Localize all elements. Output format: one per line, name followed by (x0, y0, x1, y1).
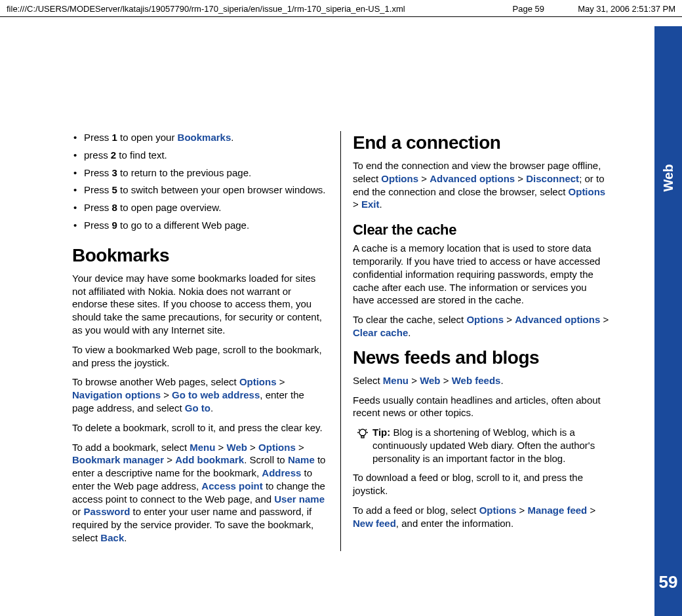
header-timestamp: May 31, 2006 2:51:37 PM (557, 4, 675, 14)
text: . (211, 402, 213, 414)
paragraph: To browse another Web pages, select Opti… (72, 375, 329, 414)
text: > (277, 376, 285, 387)
ui-term: Menu (190, 442, 215, 453)
list-item: Press 8 to open page overview. (72, 201, 329, 214)
paragraph: A cache is a memory location that is use… (353, 242, 610, 307)
svg-line-5 (366, 429, 367, 431)
paragraph: To clear the cache, select Options > Adv… (353, 313, 610, 339)
header-file-path: file:///C:/USERS/MODEServer/lkatajis/190… (7, 4, 498, 14)
text: . (231, 132, 233, 143)
text: > (247, 442, 258, 453)
text: Press (84, 167, 112, 178)
text: to switch between your open browser wind… (117, 184, 326, 195)
text: to open page overview. (117, 202, 221, 213)
ui-term: Disconnect (526, 173, 579, 184)
text: press (84, 149, 111, 161)
ui-term: Clear cache (353, 327, 408, 338)
svg-rect-1 (361, 436, 364, 438)
text: > (418, 173, 430, 184)
heading-end-connection: End a connection (353, 131, 610, 155)
text: > (296, 442, 304, 453)
text: > (409, 375, 420, 386)
tip-icon (353, 426, 372, 465)
text: > (164, 454, 175, 465)
lightbulb-icon (356, 427, 369, 440)
text: . (379, 199, 382, 210)
text: > (353, 199, 361, 210)
key-label: 1 (112, 132, 117, 143)
list-item: press 2 to find text. (72, 149, 329, 162)
svg-line-4 (359, 429, 360, 431)
ui-term: Bookmarks (178, 132, 231, 143)
text: or (72, 506, 84, 517)
right-column: End a connection To end the connection a… (341, 131, 610, 551)
list-item: Press 3 to return to the previous page. (72, 166, 329, 180)
heading-clear-cache: Clear the cache (353, 220, 610, 239)
page-body: Web 59 Press 1 to open your Bookmarks. p… (0, 13, 682, 616)
key-label: 3 (112, 167, 117, 178)
text: to return to the previous page. (117, 167, 251, 178)
key-label: 9 (112, 220, 117, 231)
text: > (516, 505, 527, 516)
ui-term: Web (420, 375, 440, 386)
text: Select (353, 375, 383, 386)
ui-term: Web feeds (452, 375, 501, 386)
ui-term: Advanced options (430, 173, 515, 184)
header-page-label: Page 59 (498, 4, 557, 14)
text: To add a bookmark, select (72, 442, 190, 453)
paragraph: Select Menu > Web > Web feeds. (353, 374, 610, 387)
ui-term: Options (479, 505, 517, 516)
ui-term: Options (258, 442, 296, 453)
list-item: Press 1 to open your Bookmarks. (72, 131, 329, 144)
text: > (587, 505, 595, 516)
text: to find text. (116, 149, 167, 161)
list-item: Press 5 to switch between your open brow… (72, 183, 329, 197)
ui-term: Go to web address (172, 389, 260, 400)
ui-term: Go to (185, 402, 211, 414)
paragraph: To add a bookmark, select Menu > Web > O… (72, 441, 329, 545)
paragraph: To add a feed or blog, select Options > … (353, 504, 610, 530)
side-tab: Web 59 (654, 26, 682, 616)
text: > (215, 442, 226, 453)
text: Blog is a shortening of Weblog, which is… (372, 427, 595, 464)
ui-term: Advanced options (515, 314, 600, 325)
ui-term: Back (100, 532, 124, 543)
text: > (161, 389, 172, 400)
svg-point-0 (359, 429, 366, 436)
content-columns: Press 1 to open your Bookmarks. press 2 … (0, 131, 682, 551)
ui-term: Navigation options (72, 389, 161, 400)
ui-term: Access point (201, 480, 262, 491)
heading-news-feeds: News feeds and blogs (353, 346, 610, 370)
tip-label: Tip: (372, 427, 390, 438)
ui-term: Exit (361, 199, 380, 210)
paragraph: Feeds usually contain headlines and arti… (353, 394, 610, 420)
text: Press (84, 132, 112, 143)
ui-term: Options (239, 376, 277, 387)
tip-text: Tip: Blog is a shortening of Weblog, whi… (372, 426, 610, 465)
page-number: 59 (654, 572, 682, 592)
text: , and enter the information. (396, 518, 513, 529)
ui-term: Manage feed (527, 505, 587, 516)
text: > (441, 375, 452, 386)
ui-term: Bookmark manager (72, 454, 164, 465)
key-label: 8 (112, 202, 117, 213)
ui-term: Name (288, 454, 315, 465)
text: Press (84, 184, 112, 195)
text: > (600, 314, 609, 325)
text: Press (84, 202, 112, 213)
paragraph: To end the connection and view the brows… (353, 159, 610, 211)
text: To clear the cache, select (353, 314, 466, 325)
text: > (515, 173, 526, 184)
text: . (408, 327, 411, 338)
ui-term: New feed (353, 518, 396, 529)
side-tab-label: Web (661, 164, 676, 192)
text: Press (84, 220, 112, 231)
list-item: Press 9 to go to a different Web page. (72, 219, 329, 232)
paragraph: To delete a bookmark, scroll to it, and … (72, 421, 329, 434)
key-label: 5 (112, 184, 117, 195)
text: . (124, 532, 127, 543)
text: to open your (117, 132, 178, 143)
text: To browse another Web pages, select (72, 376, 239, 387)
tip-block: Tip: Blog is a shortening of Weblog, whi… (353, 426, 610, 465)
paragraph: To download a feed or blog, scroll to it… (353, 471, 610, 497)
